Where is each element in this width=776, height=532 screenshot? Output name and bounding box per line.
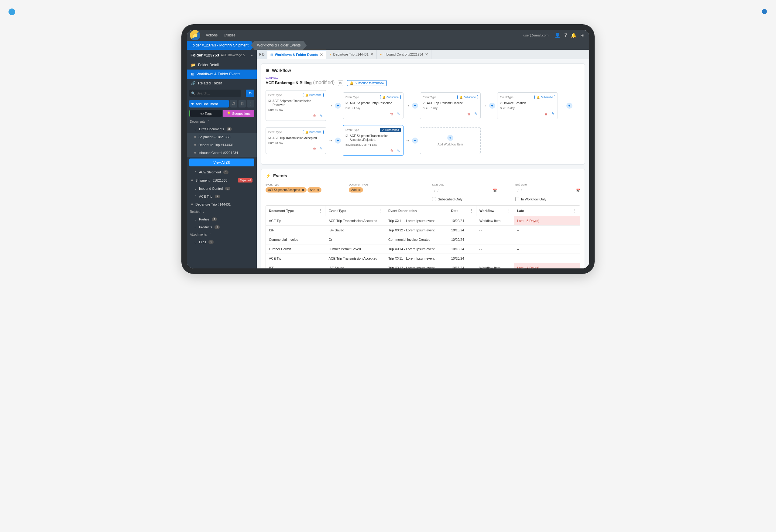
add-between-button[interactable]: + [335,138,341,144]
start-date-input[interactable]: --/--/----📅 [432,187,497,194]
workflow-card[interactable]: Event Type🔔 Subscribe ☑ACE Trip Transmis… [265,127,326,154]
add-document-button[interactable]: ⊕Add Document [189,100,229,107]
add-between-button[interactable]: + [489,103,495,109]
close-icon[interactable]: ✕ [425,52,428,56]
tab-f-d[interactable]: F D [257,50,267,59]
bell-icon[interactable]: 🔔 [571,32,577,38]
table-row[interactable]: ISF ISF Saved Trip XX12 - Lorem Ipsum ev… [266,226,580,235]
edit-icon[interactable]: ✎ [550,111,555,116]
add-between-button[interactable]: + [412,103,418,109]
edit-icon[interactable]: ✎ [396,111,401,116]
subscribe-button[interactable]: 🔔 Subscribe [457,95,478,99]
add-between-button[interactable]: + [335,103,341,109]
add-between-button[interactable]: + [412,138,418,144]
view-all-button[interactable]: View All (3) [189,159,254,167]
nav-related-folder[interactable]: 🔗Related Folder [187,79,257,88]
doc-item[interactable]: Inbound Control #2221234 [187,149,257,157]
table-row[interactable]: Lumber Permit Lumber Permit Saved Trip X… [266,244,580,254]
draft-documents[interactable]: ⌄ Draft Documents 3 [187,125,257,133]
group-subitem[interactable]: Departure Trip #144431 [187,200,257,208]
group-inbound-control[interactable]: ⌄Inbound Control1 [187,185,257,193]
related-products[interactable]: ⌄Products1 [187,223,257,231]
breadcrumb-folder[interactable]: Folder #123763 - Monthly Shipment [187,41,255,50]
subscribe-button[interactable]: 🔔 Subscribe [380,95,401,99]
menu-utilities[interactable]: Utilities [224,33,235,37]
filter-button[interactable]: ⚙ [246,89,254,97]
delete-icon[interactable]: 🗑 [312,147,317,151]
tab-inbound-control-2221234[interactable]: ●Inbound Control #2221234✕ [377,50,431,59]
subscribe-button[interactable]: 🔔 Subscribe [303,93,324,97]
chip-remove-icon[interactable]: ✕ [302,188,304,192]
menu-actions[interactable]: Actions [206,33,218,37]
workflow-card[interactable]: Event Type🔔 Subscribe ☑ACE Shipment Tran… [265,90,326,121]
group-ace-trip[interactable]: ⌃ACE Trip1 [187,193,257,200]
search-input[interactable] [189,89,241,97]
subscribed-only-checkbox[interactable]: Subscribed Only [432,197,462,201]
documents-header[interactable]: Documents⌃ [187,118,257,125]
suggestions-button[interactable]: 💡Suggestions [223,110,255,117]
help-icon[interactable]: ? [564,32,567,38]
copy-icon[interactable]: ⧉ [338,80,343,86]
doc-item[interactable]: Shipment - 81821368 [187,133,257,141]
workflow-card[interactable]: Event Type🔔 Subscribe ☑ACE Shipment Entr… [343,92,403,119]
column-workflow[interactable]: Workflow⋮ [476,206,514,216]
column-late[interactable]: Late⋮ [514,206,580,216]
subscribe-workflow-button[interactable]: 🔔Subscribe to workflow [347,80,387,86]
delete-button[interactable]: 🗑 [238,100,246,107]
close-icon[interactable]: ✕ [320,52,323,57]
column-event-type[interactable]: Event Type⋮ [326,206,385,216]
table-row[interactable]: ACE Tip ACE Trip Transmission Accepted T… [266,254,580,263]
tab-departure-trip-144431[interactable]: ●Departure Trip #144431✕ [326,50,377,59]
column-menu-icon[interactable]: ⋮ [441,209,445,213]
column-menu-icon[interactable]: ⋮ [507,209,511,213]
column-menu-icon[interactable]: ⋮ [469,209,473,213]
add-event-type-chip[interactable]: Add⊕ [308,187,322,193]
attachments-header[interactable]: Attachments⌃ [187,231,257,238]
subscribe-button[interactable]: 🔔 Subscribe [535,95,555,99]
table-row[interactable]: ISF ISF Saved Trip XX12 - Lorem Ipsum ev… [266,263,580,268]
event-type-chip[interactable]: ACI Shipment Accepted✕ [265,187,307,193]
tags-button[interactable]: 🏷Tags [189,110,222,117]
edit-icon[interactable]: ✎ [473,111,478,116]
collapse-sidebar-icon[interactable]: « [251,53,253,57]
column-menu-icon[interactable]: ⋮ [573,209,577,213]
column-event-description[interactable]: Event Description⋮ [385,206,448,216]
user-icon[interactable]: 👤 [555,32,561,38]
print-button[interactable]: 🖨 [230,100,237,107]
doc-item[interactable]: Departure Trip #144431 [187,141,257,149]
edit-icon[interactable]: ✎ [396,148,401,153]
nav-folder-detail[interactable]: 📂Folder Detail [187,60,257,69]
subscribe-button[interactable]: 🔔 Subscribe [303,130,324,134]
attachment-files[interactable]: ⌄Files1 [187,238,257,246]
delete-icon[interactable]: 🗑 [312,113,317,118]
delete-icon[interactable]: 🗑 [389,111,394,116]
edit-icon[interactable]: ✎ [319,147,324,151]
end-date-input[interactable]: --/--/----📅 [515,187,580,194]
column-document-type[interactable]: Document Type⋮ [266,206,326,216]
table-row[interactable]: ACE Tip ACE Trip Transmission Accepted T… [266,216,580,226]
apps-grid-icon[interactable]: ⊞ [580,32,584,38]
delete-icon[interactable]: 🗑 [389,148,394,153]
edit-icon[interactable]: ✎ [319,113,324,118]
add-doc-type-chip[interactable]: Add⊕ [349,187,363,193]
column-menu-icon[interactable]: ⋮ [319,209,322,213]
related-parties[interactable]: ⌄Parties1 [187,215,257,223]
delete-icon[interactable]: 🗑 [466,111,471,116]
column-date[interactable]: Date⋮ [448,206,476,216]
add-end-button[interactable]: + [566,103,572,109]
in-workflow-only-checkbox[interactable]: In Workflow Only [515,197,546,201]
workflow-card[interactable]: Event Type🔔 Subscribe ☑ACE Trip Transmit… [420,92,481,119]
nav-workflows-folder-events[interactable]: ⊞Workflows & Folder Events [187,69,257,79]
group-subitem[interactable]: Shipment - 81821368Rejected [187,176,257,185]
breadcrumb-current[interactable]: Workflows & Folder Events [251,41,307,50]
add-workflow-item[interactable]: +Add Workflow Item [420,127,481,154]
delete-icon[interactable]: 🗑 [544,111,548,116]
close-icon[interactable]: ✕ [370,52,373,56]
column-menu-icon[interactable]: ⋮ [378,209,382,213]
related-header[interactable]: Related⌄ [187,208,257,215]
more-button[interactable]: ⋮ [247,100,254,107]
workflow-card[interactable]: Event Type✓ Subscribed ☑ACE Shipment Tra… [343,125,403,156]
group-ace-shipment[interactable]: ⌃ACE Shipment1 [187,168,257,176]
workflow-card[interactable]: Event Type🔔 Subscribe ☑Invoice Creation … [497,92,558,119]
table-row[interactable]: Commercial Invoice Cr Commercial Invoice… [266,235,580,244]
